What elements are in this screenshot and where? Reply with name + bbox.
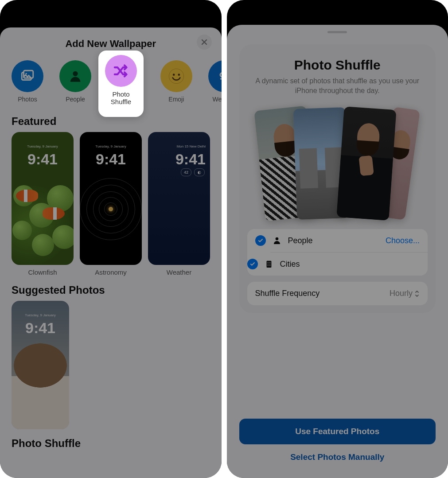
category-shuffle-highlight[interactable]: Photo Shuffle xyxy=(98,51,144,117)
section-suggested-heading: Suggested Photos xyxy=(0,276,222,301)
preview-date: Tuesday, 9 January xyxy=(80,144,142,148)
select-manually-button[interactable]: Select Photos Manually xyxy=(239,444,436,470)
emoji-icon xyxy=(160,60,192,92)
fan-photo-3 xyxy=(337,106,397,221)
featured-item-astronomy[interactable]: Tuesday, 9 January 9:41 Astronomy xyxy=(80,132,142,276)
preview-date: Tuesday, 9 January xyxy=(12,313,69,317)
shuffle-frequency-row[interactable]: Shuffle Frequency Hourly xyxy=(247,282,428,305)
close-icon xyxy=(201,39,207,45)
svg-point-4 xyxy=(169,69,183,83)
preview-date: Tuesday, 9 January xyxy=(12,144,74,148)
checkmark-icon xyxy=(247,259,258,269)
category-label: People xyxy=(66,96,85,103)
weather-badges: 42 ◐ xyxy=(181,168,205,176)
svg-rect-11 xyxy=(269,262,270,263)
category-weather[interactable]: Weather xyxy=(208,60,222,103)
svg-point-8 xyxy=(275,237,278,241)
weather-icon xyxy=(208,60,222,92)
option-label: People xyxy=(288,236,379,245)
frequency-value: Hourly xyxy=(390,289,420,298)
featured-item-weather[interactable]: Mon 15 New Delhi 9:41 42 ◐ Weather xyxy=(148,132,210,276)
svg-point-3 xyxy=(73,71,78,76)
svg-rect-1 xyxy=(24,70,33,78)
section-shuffle-heading: Photo Shuffle xyxy=(0,429,222,454)
modal-title: Photo Shuffle xyxy=(247,58,428,73)
option-people[interactable]: People Choose... xyxy=(247,229,428,252)
preview-fan xyxy=(247,106,428,221)
svg-rect-12 xyxy=(267,264,268,264)
svg-point-5 xyxy=(173,74,175,76)
chevrons-icon xyxy=(414,290,420,298)
preview-time: 9:41 xyxy=(148,151,210,168)
preview-time: 9:41 xyxy=(12,319,69,337)
choose-link[interactable]: Choose... xyxy=(386,236,420,245)
preview-time: 9:41 xyxy=(12,151,74,168)
option-label: Cities xyxy=(280,260,420,269)
wallpaper-preview: Tuesday, 9 January 9:41 xyxy=(12,132,74,265)
preview-time: 9:41 xyxy=(80,151,142,168)
wallpaper-preview: Tuesday, 9 January 9:41 xyxy=(80,132,142,265)
category-emoji[interactable]: Emoji xyxy=(160,60,192,103)
suggested-row: Tuesday, 9 January 9:41 xyxy=(0,301,222,429)
category-label: Emoji xyxy=(168,96,184,103)
svg-rect-15 xyxy=(269,265,270,266)
wallpaper-preview: Mon 15 New Delhi 9:41 42 ◐ xyxy=(148,132,210,265)
svg-rect-10 xyxy=(267,262,268,263)
option-cities[interactable]: Cities xyxy=(270,252,428,276)
shuffle-options: People Choose... Cities xyxy=(247,229,428,276)
svg-rect-13 xyxy=(269,264,270,264)
bottom-buttons: Use Featured Photos Select Photos Manual… xyxy=(239,419,436,470)
category-photos[interactable]: Photos xyxy=(12,60,43,103)
close-button[interactable] xyxy=(197,35,212,50)
category-people[interactable]: People xyxy=(59,60,91,103)
phone-left: Add New Wallpaper Photos People Photo Sh… xyxy=(0,0,222,478)
drag-handle[interactable] xyxy=(327,31,347,33)
category-label: Weather xyxy=(212,96,221,103)
suggested-item[interactable]: Tuesday, 9 January 9:41 xyxy=(12,301,69,429)
photos-icon xyxy=(12,60,43,92)
people-icon xyxy=(59,60,91,92)
phone-right: Photo Shuffle A dynamic set of photos th… xyxy=(227,0,448,478)
shuffle-icon xyxy=(105,55,137,87)
category-label: Photos xyxy=(18,96,37,103)
preview-date: Mon 15 New Delhi xyxy=(148,144,210,148)
svg-rect-9 xyxy=(266,261,271,268)
featured-label: Astronomy xyxy=(95,268,127,276)
frequency-group: Shuffle Frequency Hourly xyxy=(247,282,428,305)
photo-shuffle-modal: Photo Shuffle A dynamic set of photos th… xyxy=(239,44,436,313)
featured-label: Clownfish xyxy=(28,268,57,276)
svg-point-7 xyxy=(220,73,222,77)
category-label: Photo Shuffle xyxy=(111,90,131,106)
modal-subtitle: A dynamic set of photos that shuffle as … xyxy=(247,76,428,95)
person-icon xyxy=(272,236,282,245)
use-featured-button[interactable]: Use Featured Photos xyxy=(239,419,436,444)
frequency-label: Shuffle Frequency xyxy=(255,289,320,298)
svg-rect-14 xyxy=(267,265,268,266)
featured-item-clownfish[interactable]: Tuesday, 9 January 9:41 Clownfish xyxy=(12,132,74,276)
featured-row[interactable]: Tuesday, 9 January 9:41 Clownfish Tuesda… xyxy=(0,132,222,276)
featured-label: Weather xyxy=(167,268,191,276)
sheet-title: Add New Wallpaper xyxy=(0,38,222,50)
svg-point-6 xyxy=(178,74,180,76)
checkmark-icon xyxy=(255,235,266,246)
building-icon xyxy=(264,260,274,268)
